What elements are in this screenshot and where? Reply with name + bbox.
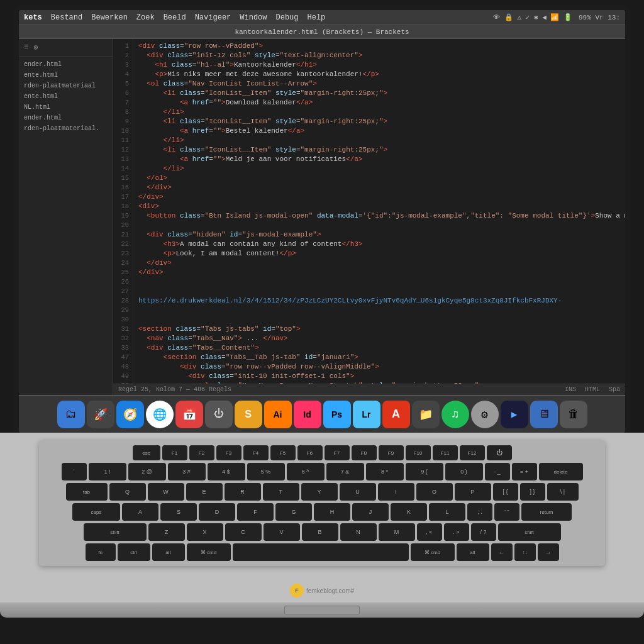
key-fn[interactable]: fn <box>86 543 116 561</box>
sidebar-file-6[interactable]: ender.html <box>19 113 113 123</box>
key-3[interactable]: 3 # <box>168 463 206 480</box>
menu-item-beeld[interactable]: Beeld <box>164 13 186 22</box>
key-slash[interactable]: / ? <box>471 523 496 541</box>
key-minus[interactable]: - _ <box>485 463 510 480</box>
key-f3[interactable]: F3 <box>216 445 242 460</box>
key-f8[interactable]: F8 <box>352 445 377 460</box>
key-r[interactable]: R <box>225 483 261 501</box>
key-f2[interactable]: F2 <box>189 445 214 460</box>
key-cmd-right[interactable]: ⌘ cmd <box>411 543 455 561</box>
menu-item-window[interactable]: Window <box>240 13 267 22</box>
dock-app-illustrator[interactable]: Ai <box>264 401 292 428</box>
trackpad[interactable] <box>284 606 360 614</box>
key-equals[interactable]: = + <box>512 463 537 480</box>
dock-app-files[interactable]: 📁 <box>412 401 440 428</box>
key-esc[interactable]: esc <box>133 445 160 460</box>
key-bracket-open[interactable]: [ { <box>493 483 518 501</box>
dock-app-photoshop[interactable]: Ps <box>323 401 351 428</box>
key-7[interactable]: 7 & <box>326 463 364 480</box>
dock-app-trash[interactable]: 🗑 <box>560 401 587 428</box>
key-z[interactable]: Z <box>148 523 185 541</box>
key-n[interactable]: N <box>340 523 377 541</box>
code-area[interactable]: 12345 678910 1112131415 1617181920 21222… <box>113 39 625 384</box>
key-backslash[interactable]: \ | <box>547 483 579 501</box>
key-w[interactable]: W <box>148 483 184 501</box>
sidebar-file-5[interactable]: NL.html <box>19 102 113 113</box>
key-alt-right[interactable]: alt <box>457 543 489 561</box>
key-s[interactable]: S <box>160 503 197 521</box>
key-o[interactable]: O <box>416 483 453 501</box>
key-k[interactable]: K <box>391 503 427 521</box>
code-lines[interactable]: <div class="row row--vPadded"> <div clas… <box>133 39 625 384</box>
key-y[interactable]: Y <box>301 483 338 501</box>
key-i[interactable]: I <box>378 483 414 501</box>
key-semicolon[interactable]: ; : <box>467 503 492 521</box>
key-arrow-updown[interactable]: ↑↓ <box>514 543 536 561</box>
key-4[interactable]: 4 $ <box>208 463 245 480</box>
key-t[interactable]: T <box>263 483 299 501</box>
key-6[interactable]: 6 ^ <box>287 463 325 480</box>
key-q[interactable]: Q <box>109 483 146 501</box>
dock-app-lightroom[interactable]: Lr <box>353 401 380 428</box>
menu-item-navigeer[interactable]: Navigeer <box>195 13 231 22</box>
key-f1[interactable]: F1 <box>162 445 187 460</box>
sidebar-file-4[interactable]: ente.html <box>19 91 113 102</box>
sidebar-file-7[interactable]: rden-plaatmateriaal. <box>19 123 113 134</box>
dock-app-screenflow[interactable]: ▶ <box>501 401 528 428</box>
key-9[interactable]: 9 ( <box>406 463 443 480</box>
key-f10[interactable]: F10 <box>406 445 431 460</box>
dock-app-chrome[interactable]: 🌐 <box>146 401 174 428</box>
key-delete[interactable]: delete <box>539 463 583 480</box>
menu-item-zoek[interactable]: Zoek <box>136 13 155 22</box>
key-arrow-right[interactable]: → <box>538 543 559 561</box>
menu-item-bestand[interactable]: Bestand <box>51 13 82 22</box>
key-v[interactable]: V <box>264 523 300 541</box>
key-arrow-left[interactable]: ← <box>491 543 513 561</box>
key-quote[interactable]: ' " <box>494 503 519 521</box>
key-f6[interactable]: F6 <box>297 445 323 460</box>
key-0[interactable]: 0 ) <box>445 463 483 480</box>
key-d[interactable]: D <box>199 503 235 521</box>
key-1[interactable]: 1 ! <box>89 463 126 480</box>
key-f11[interactable]: F11 <box>433 445 458 460</box>
key-8[interactable]: 8 * <box>366 463 404 480</box>
sidebar-file-1[interactable]: ender.html <box>19 59 113 70</box>
key-u[interactable]: U <box>340 483 376 501</box>
key-return[interactable]: return <box>521 503 572 521</box>
key-bracket-close[interactable]: ] } <box>520 483 545 501</box>
sidebar-file-3[interactable]: rden-plaatmateriaal <box>19 80 113 91</box>
key-power[interactable]: ⏻ <box>487 445 512 460</box>
key-m[interactable]: M <box>379 523 415 541</box>
menu-item-help[interactable]: Help <box>308 13 326 22</box>
key-space[interactable] <box>233 543 409 561</box>
dock-app-display[interactable]: 🖥 <box>530 401 558 428</box>
dock-app-safari[interactable]: 🧭 <box>116 401 144 428</box>
key-5[interactable]: 5 % <box>247 463 285 480</box>
key-j[interactable]: J <box>352 503 389 521</box>
key-x[interactable]: X <box>187 523 223 541</box>
key-f5[interactable]: F5 <box>270 445 296 460</box>
key-f12[interactable]: F12 <box>460 445 485 460</box>
dock-app-settings[interactable]: ⚙ <box>471 401 499 428</box>
key-h[interactable]: H <box>314 503 350 521</box>
key-p[interactable]: P <box>455 483 491 501</box>
dock-app-finder[interactable]: 🗂 <box>57 401 85 428</box>
key-ctrl[interactable]: ctrl <box>118 543 150 561</box>
key-shift-left[interactable]: shift <box>84 523 147 541</box>
key-f[interactable]: F <box>237 503 274 521</box>
dock-app-launchpad[interactable]: 🚀 <box>87 401 114 428</box>
dock-app-spotify[interactable]: ♫ <box>441 401 469 428</box>
key-caps[interactable]: caps <box>72 503 120 521</box>
key-b[interactable]: B <box>302 523 338 541</box>
menu-item-debug[interactable]: Debug <box>276 13 299 22</box>
key-g[interactable]: G <box>275 503 312 521</box>
key-f9[interactable]: F9 <box>379 445 404 460</box>
key-cmd-left[interactable]: ⌘ cmd <box>187 543 231 561</box>
key-f4[interactable]: F4 <box>243 445 269 460</box>
key-backtick[interactable]: ` <box>62 463 87 480</box>
key-l[interactable]: L <box>429 503 465 521</box>
key-comma[interactable]: , < <box>417 523 442 541</box>
key-shift-right[interactable]: shift <box>498 523 561 541</box>
sidebar-file-2[interactable]: ente.html <box>19 70 113 80</box>
key-f7[interactable]: F7 <box>325 445 350 460</box>
